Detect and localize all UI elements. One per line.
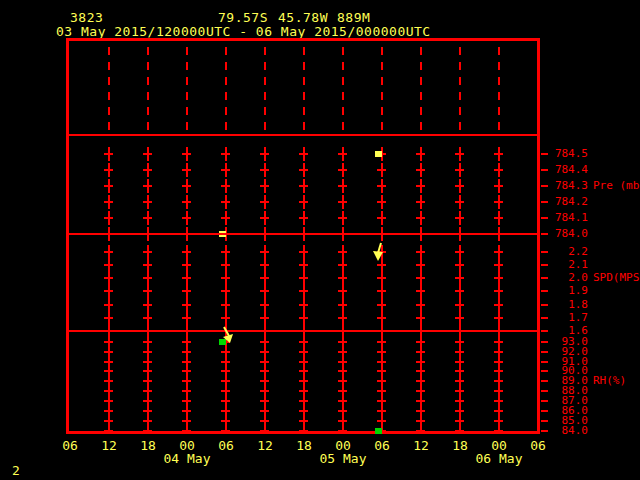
grid-plus-horizontal [260,251,269,253]
grid-plus-horizontal [338,185,347,187]
grid-plus-horizontal [338,410,347,412]
right-tick [541,264,548,266]
grid-plus-horizontal [221,351,230,353]
grid-plus-horizontal [338,420,347,422]
grid-plus-horizontal [182,217,191,219]
grid-column-dash [459,47,461,135]
grid-plus-horizontal [416,169,425,171]
grid-plus-horizontal [416,201,425,203]
grid-plus-horizontal [299,153,308,155]
grid-plus-horizontal [260,317,269,319]
grid-plus-horizontal [182,290,191,292]
grid-plus-horizontal [494,341,503,343]
grid-plus-horizontal [104,370,113,372]
grid-plus-horizontal [455,351,464,353]
grid-plus-horizontal [455,185,464,187]
grid-plus-horizontal [299,217,308,219]
grid-plus-horizontal [416,410,425,412]
grid-plus-horizontal [143,201,152,203]
meteogram-screen: 3823 79.57S 45.78W 889M 03 May 2015/1200… [0,0,640,480]
grid-plus-horizontal [494,380,503,382]
grid-plus-horizontal [104,169,113,171]
grid-plus-horizontal [104,380,113,382]
grid-plus-horizontal [416,380,425,382]
grid-plus-horizontal [299,290,308,292]
grid-plus-horizontal [260,400,269,402]
grid-column-dash [225,47,227,135]
time-tick-label: 06 [58,438,82,453]
grid-plus-horizontal [299,277,308,279]
wind-arrow-icon [371,242,385,262]
right-tick [541,390,548,392]
grid-plus-horizontal [494,304,503,306]
grid-plus-horizontal [104,217,113,219]
grid-plus-horizontal [221,153,230,155]
grid-plus-horizontal [455,264,464,266]
grid-plus-horizontal [494,217,503,219]
grid-plus-horizontal [455,201,464,203]
grid-plus-horizontal [104,153,113,155]
grid-plus-horizontal [104,290,113,292]
grid-plus-horizontal [338,361,347,363]
separator-line [69,330,537,332]
time-tick-label: 06 [214,438,238,453]
grid-plus-horizontal [104,264,113,266]
grid-plus-horizontal [299,341,308,343]
grid-plus-horizontal [377,264,386,266]
ytick-label: 784.2 [545,195,588,208]
grid-plus-horizontal [182,185,191,187]
data-point-square [375,151,382,157]
wind-arrow-icon [219,326,236,345]
grid-plus-horizontal [260,304,269,306]
grid-plus-horizontal [494,201,503,203]
grid-plus-horizontal [260,169,269,171]
right-tick [541,277,548,279]
grid-plus-horizontal [299,410,308,412]
grid-plus-horizontal [455,290,464,292]
grid-plus-horizontal [299,420,308,422]
grid-plus-horizontal [299,264,308,266]
time-tick-label: 12 [253,438,277,453]
grid-plus-horizontal [338,153,347,155]
grid-plus-horizontal [494,400,503,402]
grid-plus-horizontal [182,390,191,392]
grid-plus-horizontal [143,264,152,266]
grid-plus-horizontal [221,400,230,402]
grid-plus-horizontal [377,410,386,412]
grid-plus-horizontal [455,361,464,363]
grid-plus-horizontal [260,420,269,422]
time-tick-label: 18 [448,438,472,453]
grid-plus-horizontal [143,410,152,412]
grid-plus-horizontal [416,341,425,343]
grid-plus-horizontal [299,430,308,432]
separator-line [69,233,537,235]
grid-plus-horizontal [221,390,230,392]
grid-plus-horizontal [455,317,464,319]
grid-plus-horizontal [221,420,230,422]
grid-plus-horizontal [143,217,152,219]
grid-plus-horizontal [104,185,113,187]
grid-plus-horizontal [455,217,464,219]
grid-plus-horizontal [377,217,386,219]
grid-plus-horizontal [143,390,152,392]
grid-plus-horizontal [104,390,113,392]
grid-plus-horizontal [104,304,113,306]
grid-plus-horizontal [455,400,464,402]
grid-plus-horizontal [494,264,503,266]
grid-plus-horizontal [377,201,386,203]
grid-plus-horizontal [416,390,425,392]
time-tick-label: 18 [292,438,316,453]
grid-plus-horizontal [299,400,308,402]
grid-plus-horizontal [182,380,191,382]
time-tick-label: 12 [409,438,433,453]
grid-plus-horizontal [455,420,464,422]
grid-plus-horizontal [143,370,152,372]
grid-plus-horizontal [182,430,191,432]
grid-plus-horizontal [182,361,191,363]
grid-plus-horizontal [221,217,230,219]
grid-plus-horizontal [299,304,308,306]
grid-plus-horizontal [221,264,230,266]
grid-plus-horizontal [338,351,347,353]
day-label: 04 May [159,451,215,466]
grid-plus-horizontal [104,277,113,279]
